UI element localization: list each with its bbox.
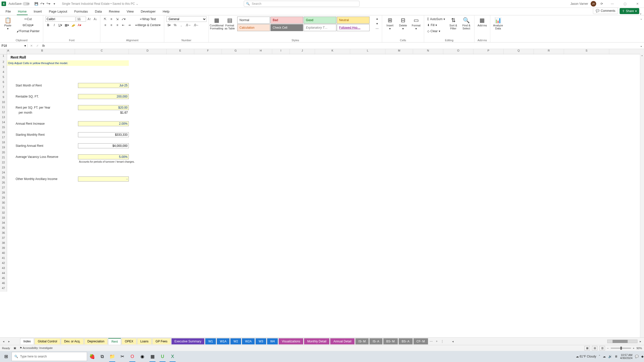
- styles-scroll-down-icon[interactable]: ▾: [374, 21, 380, 26]
- styles-more-icon[interactable]: ⋯: [374, 26, 380, 31]
- align-bottom-icon[interactable]: ⇲: [114, 16, 120, 22]
- sheet-tab-w2a[interactable]: W2A: [242, 338, 255, 344]
- sheet-tab-rent[interactable]: Rent: [108, 338, 121, 345]
- row-header[interactable]: 7: [0, 85, 7, 90]
- vacancy-note[interactable]: Accounts for periods of turnover / tenan…: [78, 159, 158, 164]
- clear-button[interactable]: ◇Clear ▾: [426, 28, 446, 34]
- zoom-slider-thumb[interactable]: [620, 347, 622, 350]
- fill-button[interactable]: ⬇Fill ▾: [426, 22, 446, 28]
- value-starting-annual[interactable]: $4,000,000: [78, 143, 129, 148]
- row-header[interactable]: 24: [0, 171, 7, 176]
- minimize-button[interactable]: —: [607, 0, 617, 7]
- font-color-button[interactable]: A▾: [77, 22, 82, 28]
- row-header[interactable]: 39: [0, 246, 7, 251]
- scroll-thumb[interactable]: [613, 340, 628, 343]
- col-header[interactable]: S: [564, 49, 609, 54]
- row-header[interactable]: 8: [0, 90, 7, 96]
- notifications-icon[interactable]: 💬: [635, 355, 639, 358]
- increase-font-icon[interactable]: A↑: [87, 16, 92, 22]
- macro-record-icon[interactable]: ▣: [14, 346, 16, 350]
- start-button[interactable]: ⊞: [1, 351, 12, 362]
- zoom-out-button[interactable]: −: [607, 347, 609, 350]
- merge-center-button[interactable]: ⇔ Merge & Center ▾: [134, 22, 162, 28]
- sheet-tab-annual-detail[interactable]: Annual Detail: [330, 338, 354, 344]
- insert-cells-button[interactable]: ⊞Insert▾: [384, 16, 396, 31]
- view-page-break-icon[interactable]: ▥: [599, 346, 605, 350]
- label-vacancy[interactable]: Average Vacancy Loss Reserve: [15, 154, 77, 159]
- upwork-icon[interactable]: U: [157, 351, 168, 362]
- input-other-income[interactable]: -: [78, 176, 129, 182]
- align-top-icon[interactable]: ⇱: [102, 16, 108, 22]
- col-header[interactable]: I: [272, 49, 290, 54]
- row-header[interactable]: 22: [0, 161, 7, 166]
- row-header[interactable]: 40: [0, 251, 7, 256]
- col-header[interactable]: L: [350, 49, 385, 54]
- sheet-tab-opex[interactable]: OPEX: [122, 338, 136, 344]
- sheet-nav-next[interactable]: ▸: [7, 340, 12, 343]
- sort-filter-button[interactable]: ⇅Sort & Filter: [448, 16, 459, 30]
- style-good[interactable]: Good: [304, 17, 336, 24]
- network-icon[interactable]: 🖥: [615, 355, 618, 358]
- weather-widget[interactable]: ☁ 61°F Cloudy: [576, 355, 596, 358]
- horizontal-scrollbar[interactable]: [607, 340, 637, 343]
- style-bad[interactable]: Bad: [270, 17, 303, 24]
- row-header[interactable]: 41: [0, 256, 7, 261]
- sheet-tabs-more-icon[interactable]: ⋯: [429, 340, 434, 343]
- increase-decimal-icon[interactable]: .0→: [184, 22, 192, 28]
- h-scroll-right-icon[interactable]: ▸: [638, 340, 643, 343]
- row-header[interactable]: 35: [0, 226, 7, 231]
- tab-file[interactable]: File: [2, 8, 14, 15]
- row-header[interactable]: 10: [0, 101, 7, 106]
- sheet-nav-prev[interactable]: ◂: [1, 340, 6, 343]
- zoom-in-button[interactable]: +: [633, 347, 634, 350]
- select-all-corner[interactable]: [0, 49, 7, 54]
- view-normal-icon[interactable]: ▦: [584, 346, 590, 350]
- col-header[interactable]: R: [534, 49, 564, 54]
- sheet-tab-is-a[interactable]: IS- A: [369, 338, 382, 344]
- conditional-formatting-button[interactable]: ▦ Conditional Formatting: [211, 16, 222, 30]
- redo-icon[interactable]: ↷▾: [46, 1, 51, 7]
- tab-insert[interactable]: Insert: [30, 8, 46, 15]
- task-view-icon[interactable]: ⧉: [97, 351, 107, 362]
- document-title[interactable]: Single Tenant Industrial Real Estate • S…: [62, 2, 138, 6]
- col-header[interactable]: N: [413, 49, 443, 54]
- wrap-text-button[interactable]: ↩ Wrap Text: [134, 16, 162, 22]
- align-middle-icon[interactable]: ≡: [108, 16, 114, 22]
- col-header[interactable]: F: [194, 49, 222, 54]
- label-other-income[interactable]: Other Monthly Ancillary Income: [15, 176, 77, 182]
- col-header[interactable]: Q: [504, 49, 534, 54]
- maximize-button[interactable]: ▢: [620, 0, 630, 7]
- sheet-tab-gp-fees[interactable]: GP Fees: [152, 338, 171, 344]
- taskbar-widget-icon[interactable]: 🍓: [87, 351, 97, 362]
- autosum-button[interactable]: ΣAutoSum ▾: [426, 16, 446, 22]
- undo-icon[interactable]: ↶▾: [39, 1, 45, 7]
- input-rentable-sqft[interactable]: 200,000: [78, 94, 129, 99]
- tab-home[interactable]: Home: [14, 8, 30, 15]
- row-header[interactable]: 16: [0, 131, 7, 136]
- opera-icon[interactable]: O: [127, 351, 137, 362]
- zoom-slider[interactable]: [611, 348, 631, 349]
- paste-button[interactable]: 📋 Paste ▾: [2, 16, 14, 31]
- row-header[interactable]: 27: [0, 186, 7, 191]
- qat-customize-icon[interactable]: ▾: [52, 1, 57, 7]
- row-header[interactable]: 38: [0, 241, 7, 246]
- row-header[interactable]: 5: [0, 75, 7, 80]
- percent-format-icon[interactable]: %: [172, 22, 178, 28]
- col-header[interactable]: M: [385, 49, 413, 54]
- decrease-indent-icon[interactable]: ⇤: [120, 22, 126, 28]
- new-sheet-button[interactable]: ＋: [434, 339, 439, 343]
- sheet-tab-monthly-detail[interactable]: Monthly Detail: [304, 338, 330, 344]
- share-button[interactable]: ⇪ Share ▾: [620, 8, 639, 14]
- tab-page-layout[interactable]: Page Layout: [45, 8, 71, 15]
- row-header[interactable]: 25: [0, 176, 7, 181]
- fx-icon[interactable]: fx: [41, 43, 46, 49]
- comma-format-icon[interactable]: ,: [178, 22, 184, 28]
- col-header[interactable]: P: [473, 49, 504, 54]
- file-explorer-icon[interactable]: 📁: [107, 351, 117, 362]
- number-format-select[interactable]: General: [166, 16, 207, 22]
- col-header[interactable]: J: [290, 49, 315, 54]
- style-followed-hyperlink[interactable]: Followed Hyp…: [337, 24, 370, 31]
- col-header[interactable]: G: [222, 49, 250, 54]
- value-per-month[interactable]: $1.67: [78, 110, 129, 115]
- row-header[interactable]: 47: [0, 287, 7, 292]
